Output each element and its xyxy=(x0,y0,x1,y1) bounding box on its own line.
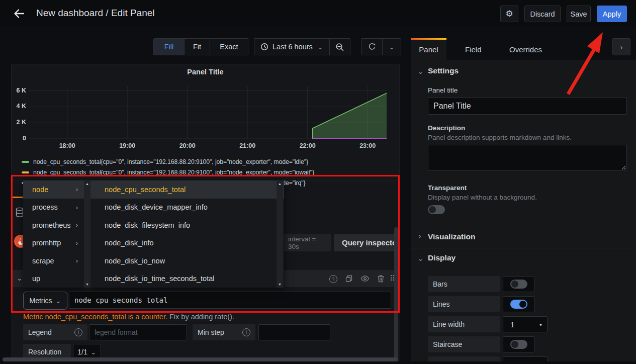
metrics-dropdown-button[interactable]: Metrics ⌄ xyxy=(23,292,67,310)
caret-down-icon: ▾ xyxy=(539,322,542,327)
transparent-toggle[interactable] xyxy=(428,205,445,214)
staircase-toggle[interactable] xyxy=(510,340,527,349)
x-tick-label: 20:00 xyxy=(176,142,199,149)
category-label: scrape xyxy=(32,257,54,265)
tab-overrides[interactable]: Overrides xyxy=(509,38,542,60)
display-row-label: Staircase xyxy=(428,336,500,352)
info-icon[interactable]: i xyxy=(74,328,82,336)
info-icon[interactable]: i xyxy=(242,328,250,336)
scroll-down-icon[interactable]: ▼ xyxy=(278,281,282,288)
exact-mode-button[interactable]: Exact xyxy=(210,39,248,55)
legend-swatch xyxy=(22,161,29,163)
legend-item[interactable]: node_cpu_seconds_total{cpu="0", instance… xyxy=(22,167,394,177)
collapse-pane-button[interactable]: › xyxy=(612,38,630,55)
category-label: up xyxy=(32,275,40,283)
metric-menu-scrollbar[interactable]: ▲ ▼ xyxy=(277,180,283,288)
fit-mode-button[interactable]: Fit xyxy=(185,39,210,55)
x-tick-label: 22:00 xyxy=(297,142,319,149)
min-step-label: Min step i xyxy=(193,324,255,340)
tab-panel[interactable]: Panel xyxy=(411,38,446,60)
visualization-section-header[interactable]: Visualization xyxy=(428,232,475,241)
legend-format-input[interactable] xyxy=(89,324,187,340)
fill-mode-button[interactable]: Fill xyxy=(154,39,185,55)
category-menu-scrollbar[interactable]: ▲ ▼ xyxy=(84,180,90,288)
submenu-chevron-right-icon: › xyxy=(76,239,78,247)
fix-rate-link[interactable]: Fix by adding rate(). xyxy=(169,313,234,321)
query-inspector-button[interactable]: Query inspector xyxy=(334,234,396,251)
y-tick-label: 2 K xyxy=(13,119,26,126)
submenu-chevron-right-icon: › xyxy=(76,257,78,264)
refresh-button[interactable] xyxy=(361,39,383,55)
tab-field[interactable]: Field xyxy=(465,38,482,60)
description-textarea[interactable] xyxy=(428,145,627,171)
chevron-down-icon: ⌄ xyxy=(17,275,23,282)
metric-item[interactable]: node_disk_device_mapper_info xyxy=(90,199,284,217)
display-section-header[interactable]: Display xyxy=(428,253,456,262)
scroll-up-icon[interactable]: ▲ xyxy=(85,180,89,187)
scroll-down-icon[interactable]: ▼ xyxy=(85,281,89,288)
legend-format-label: Legend i xyxy=(23,324,87,340)
time-range-button[interactable]: Last 6 hours ⌄ xyxy=(254,39,330,55)
display-row: Lines xyxy=(428,296,548,312)
y-tick-label: 6 K xyxy=(13,87,26,94)
zoom-out-time-button[interactable] xyxy=(330,39,350,55)
resize-handle-icon[interactable] xyxy=(621,165,626,170)
toggle-visibility-eye-icon[interactable] xyxy=(360,275,370,282)
metric-item[interactable]: node_cpu_seconds_total xyxy=(90,180,284,199)
active-tab-accent xyxy=(411,38,446,40)
legend-item[interactable]: node_cpu_seconds_total{cpu="0", instance… xyxy=(22,156,394,167)
apply-button[interactable]: Apply xyxy=(597,6,627,22)
promql-query-input[interactable] xyxy=(69,292,391,309)
panel-title-input[interactable] xyxy=(428,97,627,115)
metric-category-item[interactable]: promhttp› xyxy=(23,234,84,252)
x-tick-label: 21:00 xyxy=(236,142,258,149)
metric-category-menu: node›process›prometheus›promhttp›scrape›… xyxy=(23,180,84,288)
dashboard-settings-button[interactable]: ⚙ xyxy=(500,6,518,22)
metric-category-item[interactable]: node› xyxy=(23,180,84,199)
bars-toggle[interactable] xyxy=(510,280,527,289)
scroll-up-icon[interactable]: ▲ xyxy=(278,180,282,187)
metric-item[interactable]: node_disk_info xyxy=(90,234,284,252)
y-tick-label: 0 xyxy=(13,135,26,142)
chevron-down-icon: ⌄ xyxy=(418,255,423,262)
x-tick-label: 19:00 xyxy=(116,142,138,149)
line-width-select[interactable]: 1▾ xyxy=(503,316,548,332)
horizontal-scrollbar[interactable] xyxy=(3,357,398,361)
refresh-icon xyxy=(368,43,376,51)
warning-text: Metric node_cpu_seconds_total is a count… xyxy=(23,313,167,321)
refresh-group: ⌄ xyxy=(361,38,401,55)
metric-item[interactable]: node_disk_filesystem_info xyxy=(90,216,284,234)
display-row: Bars xyxy=(428,276,548,292)
delete-query-trash-icon[interactable] xyxy=(377,275,385,283)
refresh-interval-dropdown[interactable]: ⌄ xyxy=(383,39,401,55)
gear-icon: ⚙ xyxy=(505,9,513,19)
metric-item[interactable]: node_disk_io_now xyxy=(90,252,284,270)
chevron-down-icon: ⌄ xyxy=(418,68,423,75)
settings-section-header[interactable]: Settings xyxy=(428,66,459,75)
help-icon[interactable]: ? xyxy=(329,275,337,283)
toggle-container xyxy=(503,276,534,292)
vertical-scrollbar[interactable] xyxy=(394,227,398,364)
section-divider xyxy=(411,227,636,227)
toggle-knob xyxy=(519,301,526,308)
metric-category-item[interactable]: process› xyxy=(23,199,84,217)
lines-toggle[interactable] xyxy=(510,300,527,309)
metric-item[interactable]: node_disk_io_time_seconds_total xyxy=(90,270,284,288)
grafana-edit-panel-window: New dashboard / Edit Panel ⚙ Discard Sav… xyxy=(0,0,636,364)
min-step-input[interactable] xyxy=(258,324,330,340)
panel-preview: Panel Title 02 K4 K6 K 18:0019:0020:0021… xyxy=(11,64,400,180)
display-row-label: Bars xyxy=(428,276,500,292)
transparent-hint: Display panel without a background. xyxy=(428,194,537,201)
back-arrow-icon[interactable] xyxy=(13,8,25,20)
category-label: process xyxy=(32,203,58,211)
display-row: Line width1▾ xyxy=(428,316,548,332)
metric-category-item[interactable]: prometheus› xyxy=(23,216,84,234)
duplicate-query-icon[interactable] xyxy=(345,275,353,283)
metric-category-item[interactable]: up xyxy=(23,270,84,288)
category-label: node xyxy=(32,186,48,194)
save-button[interactable]: Save xyxy=(567,6,591,22)
legend-swatch xyxy=(22,171,29,173)
discard-button[interactable]: Discard xyxy=(524,6,561,22)
metric-category-item[interactable]: scrape› xyxy=(23,252,84,270)
toggle-container xyxy=(503,296,534,312)
